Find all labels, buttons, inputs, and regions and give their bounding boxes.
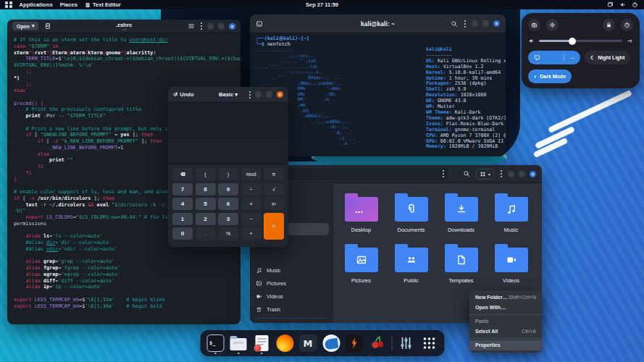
minimize-button[interactable] bbox=[207, 23, 214, 30]
night-light-toggle[interactable]: ☾ Night Light bbox=[585, 51, 630, 64]
sidebar-item-videos[interactable]: Videos bbox=[250, 290, 333, 303]
open-button[interactable]: Open▾ bbox=[12, 22, 38, 30]
window-icon[interactable] bbox=[607, 1, 614, 8]
sidebar-item-music[interactable]: Music bbox=[250, 264, 333, 277]
power-icon[interactable] bbox=[632, 1, 638, 8]
focused-app-menu[interactable]: Text Editor bbox=[85, 1, 121, 8]
menu-item-new-folder[interactable]: New Folder…Shift+Ctrl+N bbox=[469, 292, 542, 303]
menu-kebab-icon[interactable] bbox=[200, 22, 202, 30]
dock-item-metasploit[interactable]: M bbox=[298, 332, 317, 354]
folder-downloads[interactable]: Downloads bbox=[436, 190, 486, 240]
pi-key[interactable]: π bbox=[264, 168, 284, 180]
code-line: alias fgrep='fgrep --color=auto' bbox=[14, 265, 241, 272]
dock-item-files[interactable] bbox=[229, 332, 248, 354]
folder-pictures[interactable]: Pictures bbox=[336, 240, 386, 291]
dock-item-firefox[interactable] bbox=[275, 332, 294, 354]
menu-item-properties[interactable]: Properties bbox=[469, 340, 542, 350]
power-button[interactable] bbox=[621, 19, 633, 31]
folder-music[interactable]: Music bbox=[486, 190, 536, 240]
calculator-titlebar[interactable]: ↺ Undo Basic ▾ × bbox=[168, 87, 288, 103]
folder-desktop[interactable]: •••Desktop bbox=[336, 190, 386, 240]
text-editor-titlebar[interactable]: Open▾ .zshrc ~/ × bbox=[7, 20, 241, 33]
maximize-button[interactable] bbox=[482, 20, 489, 27]
add-key[interactable]: + bbox=[241, 227, 262, 240]
folder-videos[interactable]: Videos bbox=[486, 240, 536, 291]
maximize-button[interactable] bbox=[519, 171, 525, 177]
dock-item-burpsuite[interactable] bbox=[345, 332, 364, 354]
calculator-entry[interactable] bbox=[168, 140, 288, 164]
workspace-indicator-icon[interactable] bbox=[5, 1, 12, 8]
multiply-key[interactable]: × bbox=[241, 198, 262, 210]
maximize-button[interactable] bbox=[266, 91, 272, 98]
settings-button[interactable] bbox=[546, 19, 559, 31]
volume-slider-knob[interactable] bbox=[569, 38, 576, 45]
menu-item-open-with[interactable]: Open With… bbox=[469, 303, 542, 313]
close-button[interactable]: × bbox=[530, 171, 536, 177]
one-key[interactable]: 1 bbox=[172, 213, 193, 225]
decimal-key[interactable]: . bbox=[196, 227, 216, 240]
applications-menu[interactable]: Applications bbox=[20, 1, 53, 8]
dark-mode-toggle[interactable]: ◐ Dark Mode bbox=[528, 70, 572, 83]
view-toggle-button[interactable]: ▾ bbox=[476, 169, 494, 180]
dock-item-cherrytree[interactable] bbox=[368, 332, 387, 354]
places-menu[interactable]: Places bbox=[60, 1, 78, 8]
close-button[interactable]: × bbox=[277, 91, 283, 98]
equals-key[interactable]: = bbox=[264, 213, 284, 240]
dock-item-terminal[interactable]: $_ bbox=[206, 332, 225, 354]
folder-icon bbox=[345, 248, 378, 272]
new-document-button[interactable] bbox=[44, 22, 51, 30]
nine-key[interactable]: 9 bbox=[218, 183, 238, 195]
backspace-key[interactable] bbox=[172, 168, 193, 180]
minimize-button[interactable] bbox=[472, 20, 478, 27]
three-key[interactable]: 3 bbox=[218, 213, 238, 225]
square-key[interactable]: x² bbox=[264, 198, 284, 210]
sidebar-item-trash[interactable]: Trash bbox=[250, 303, 333, 316]
undo-button[interactable]: ↺ Undo bbox=[173, 91, 193, 98]
maximize-button[interactable] bbox=[218, 23, 225, 30]
close-button[interactable]: × bbox=[229, 23, 235, 30]
two-key[interactable]: 2 bbox=[196, 213, 216, 225]
dock-item-wireshark[interactable] bbox=[322, 332, 340, 354]
menu-kebab-icon[interactable] bbox=[464, 20, 466, 28]
eight-key[interactable]: 8 bbox=[196, 183, 216, 195]
dock-item-app-grid[interactable] bbox=[419, 332, 438, 354]
close-button[interactable]: × bbox=[493, 20, 500, 27]
terminal-titlebar[interactable]: kali@kali: ~ × bbox=[250, 14, 506, 33]
six-key[interactable]: 6 bbox=[218, 198, 238, 210]
open-paren-key[interactable]: ( bbox=[196, 168, 216, 180]
subtract-key[interactable]: − bbox=[241, 213, 262, 225]
search-icon[interactable] bbox=[463, 170, 470, 177]
five-key[interactable]: 5 bbox=[196, 198, 216, 210]
lock-button[interactable] bbox=[603, 19, 615, 31]
minimize-button[interactable] bbox=[255, 91, 262, 98]
file-manager-titlebar[interactable]: Home ▾ × bbox=[250, 165, 542, 183]
zero-key[interactable]: 0 bbox=[172, 227, 193, 240]
volume-slider[interactable] bbox=[539, 40, 622, 43]
dock-item-text-editor[interactable] bbox=[252, 332, 271, 354]
menu-kebab-icon[interactable] bbox=[500, 170, 502, 177]
sidebar-item-pictures[interactable]: Pictures bbox=[250, 277, 333, 290]
dock-item-tweaks[interactable] bbox=[396, 332, 415, 354]
display-toggle[interactable]: → bbox=[528, 51, 580, 64]
search-icon[interactable] bbox=[451, 20, 458, 28]
chevron-right-icon[interactable]: → bbox=[569, 54, 574, 61]
folder-templates[interactable]: Templates bbox=[436, 240, 486, 291]
close-paren-key[interactable]: ) bbox=[218, 168, 238, 180]
folder-documents[interactable]: Documents bbox=[386, 190, 436, 240]
sidebar-item-other-locations[interactable]: +Other Locations bbox=[250, 321, 333, 323]
divide-key[interactable]: ÷ bbox=[241, 183, 262, 195]
document-list-icon[interactable] bbox=[188, 22, 195, 30]
mod-key[interactable]: mod bbox=[241, 168, 262, 180]
sqrt-key[interactable]: √ bbox=[264, 183, 284, 195]
menu-item-select-all[interactable]: Select AllCtrl+A bbox=[469, 327, 542, 337]
four-key[interactable]: 4 bbox=[172, 198, 193, 210]
screenshot-button[interactable] bbox=[528, 19, 540, 31]
menu-kebab-icon[interactable] bbox=[248, 91, 251, 98]
path-options-kebab-icon[interactable] bbox=[442, 170, 444, 177]
seven-key[interactable]: 7 bbox=[172, 183, 193, 195]
minimize-button[interactable] bbox=[508, 171, 514, 177]
volume-icon[interactable] bbox=[619, 1, 626, 8]
folder-public[interactable]: Public bbox=[386, 240, 436, 291]
audio-output-icon[interactable] bbox=[627, 38, 633, 44]
percent-key[interactable]: % bbox=[218, 227, 238, 240]
